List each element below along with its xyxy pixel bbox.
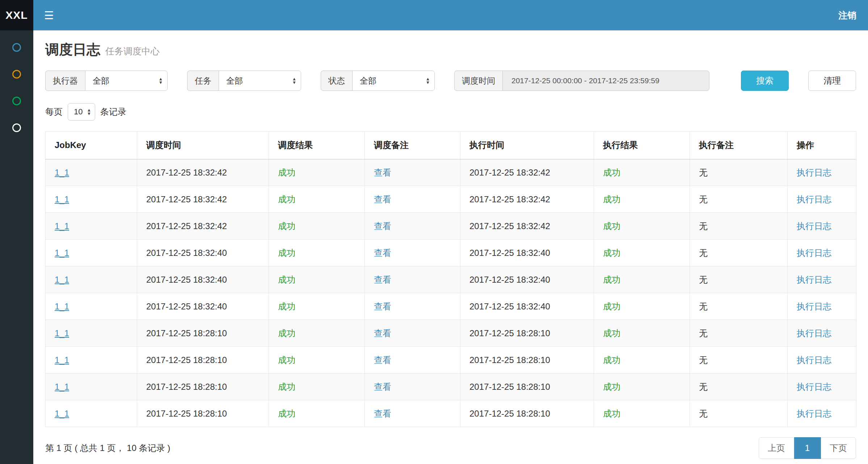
table-row: 1_1 2017-12-25 18:32:42 成功 查看 2017-12-25… [46,186,856,213]
trigger-msg-link[interactable]: 查看 [374,168,391,177]
top-navbar: XXL ☰ 注销 [0,0,868,30]
page-size-row: 每页 10 ▲▼ 条记录 [45,103,856,121]
handle-result-text: 成功 [603,194,620,204]
jobkey-link[interactable]: 1_1 [55,194,69,204]
jobkey-link[interactable]: 1_1 [55,382,69,392]
exec-log-link[interactable]: 执行日志 [797,328,831,338]
sidebar-item-2[interactable] [0,61,33,88]
col-header-trigger-time: 调度时间 [137,132,269,159]
app-logo[interactable]: XXL [0,0,33,30]
jobkey-link[interactable]: 1_1 [55,248,69,258]
sidebar-item-1[interactable] [0,34,33,61]
page-size-select[interactable]: 10 ▲▼ [68,103,95,121]
hamburger-icon[interactable]: ☰ [33,0,65,30]
trigger-msg-link[interactable]: 查看 [374,194,391,204]
trigger-result-text: 成功 [278,275,295,284]
circle-icon [12,123,21,132]
trigger-time-cell: 2017-12-25 18:32:40 [137,240,269,266]
trigger-msg-link[interactable]: 查看 [374,409,391,418]
trigger-time-cell: 2017-12-25 18:32:42 [137,159,269,186]
exec-log-link[interactable]: 执行日志 [797,301,831,311]
trigger-result-text: 成功 [278,194,295,204]
status-select[interactable]: 全部 ▲▼ [352,71,435,91]
exec-log-link[interactable]: 执行日志 [797,355,831,365]
table-row: 1_1 2017-12-25 18:32:40 成功 查看 2017-12-25… [46,266,856,293]
handle-time-cell: 2017-12-25 18:32:42 [460,159,594,186]
jobkey-link[interactable]: 1_1 [55,168,69,177]
trigger-result-text: 成功 [278,382,295,392]
handle-msg-cell: 无 [690,159,788,186]
trigger-time-range-input[interactable]: 2017-12-25 00:00:00 - 2017-12-25 23:59:5… [502,71,709,91]
table-row: 1_1 2017-12-25 18:32:40 成功 查看 2017-12-25… [46,240,856,266]
trigger-time-cell: 2017-12-25 18:28:10 [137,320,269,347]
handle-time-cell: 2017-12-25 18:32:40 [460,240,594,266]
executor-select-value: 全部 [93,75,109,87]
logout-link[interactable]: 注销 [827,0,868,30]
trigger-time-cell: 2017-12-25 18:32:42 [137,186,269,213]
executor-filter-label: 执行器 [45,71,85,91]
jobkey-link[interactable]: 1_1 [55,301,69,311]
jobkey-link[interactable]: 1_1 [55,355,69,365]
handle-result-text: 成功 [603,221,620,231]
current-page-button[interactable]: 1 [794,437,821,459]
col-header-action: 操作 [788,132,856,159]
trigger-msg-link[interactable]: 查看 [374,301,391,311]
trigger-msg-link[interactable]: 查看 [374,355,391,365]
select-arrows-icon: ▲▼ [159,77,163,84]
sidebar-item-4[interactable] [0,114,33,141]
handle-msg-cell: 无 [690,186,788,213]
exec-log-link[interactable]: 执行日志 [797,248,831,258]
handle-time-cell: 2017-12-25 18:28:10 [460,347,594,374]
trigger-msg-link[interactable]: 查看 [374,382,391,392]
job-filter-group: 任务 全部 ▲▼ [187,71,301,91]
next-page-button[interactable]: 下页 [821,437,856,459]
trigger-time-cell: 2017-12-25 18:32:42 [137,213,269,240]
table-header-row: JobKey 调度时间 调度结果 调度备注 执行时间 执行结果 执行备注 操作 [46,132,856,159]
handle-result-text: 成功 [603,328,620,338]
sidebar-item-3[interactable] [0,88,33,114]
page-header: 调度日志 任务调度中心 [45,41,856,59]
select-arrows-icon: ▲▼ [87,108,91,115]
exec-log-link[interactable]: 执行日志 [797,221,831,231]
handle-time-cell: 2017-12-25 18:28:10 [460,374,594,400]
table-footer: 第 1 页 ( 总共 1 页， 10 条记录 ) 上页 1 下页 [45,437,856,464]
trigger-time-cell: 2017-12-25 18:32:40 [137,266,269,293]
filter-bar: 执行器 全部 ▲▼ 任务 全部 ▲▼ 状态 全部 ▲▼ 调度时间 2017-12… [45,71,856,91]
select-arrows-icon: ▲▼ [426,77,430,84]
page-size-prefix: 每页 [45,106,63,118]
handle-time-cell: 2017-12-25 18:28:10 [460,400,594,427]
handle-time-cell: 2017-12-25 18:28:10 [460,320,594,347]
exec-log-link[interactable]: 执行日志 [797,168,831,177]
jobkey-link[interactable]: 1_1 [55,275,69,284]
search-button[interactable]: 搜索 [741,71,789,91]
table-row: 1_1 2017-12-25 18:28:10 成功 查看 2017-12-25… [46,347,856,374]
trigger-time-cell: 2017-12-25 18:28:10 [137,374,269,400]
executor-select[interactable]: 全部 ▲▼ [85,71,168,91]
handle-result-text: 成功 [603,301,620,311]
sidebar-menu [0,30,33,464]
jobkey-link[interactable]: 1_1 [55,221,69,231]
trigger-time-filter-label: 调度时间 [454,71,502,91]
exec-log-link[interactable]: 执行日志 [797,194,831,204]
trigger-result-text: 成功 [278,355,295,365]
clear-button[interactable]: 清理 [808,71,856,91]
trigger-msg-link[interactable]: 查看 [374,328,391,338]
jobkey-link[interactable]: 1_1 [55,328,69,338]
status-filter-label: 状态 [321,71,352,91]
prev-page-button[interactable]: 上页 [759,437,794,459]
table-row: 1_1 2017-12-25 18:28:10 成功 查看 2017-12-25… [46,400,856,427]
trigger-msg-link[interactable]: 查看 [374,248,391,258]
col-header-handle-msg: 执行备注 [690,132,788,159]
jobkey-link[interactable]: 1_1 [55,409,69,418]
table-row: 1_1 2017-12-25 18:32:42 成功 查看 2017-12-25… [46,213,856,240]
handle-msg-cell: 无 [690,240,788,266]
handle-msg-cell: 无 [690,374,788,400]
trigger-msg-link[interactable]: 查看 [374,221,391,231]
handle-time-cell: 2017-12-25 18:32:40 [460,266,594,293]
exec-log-link[interactable]: 执行日志 [797,409,831,418]
exec-log-link[interactable]: 执行日志 [797,275,831,284]
page-subtitle: 任务调度中心 [105,45,160,57]
trigger-msg-link[interactable]: 查看 [374,275,391,284]
job-select[interactable]: 全部 ▲▼ [219,71,301,91]
exec-log-link[interactable]: 执行日志 [797,382,831,392]
